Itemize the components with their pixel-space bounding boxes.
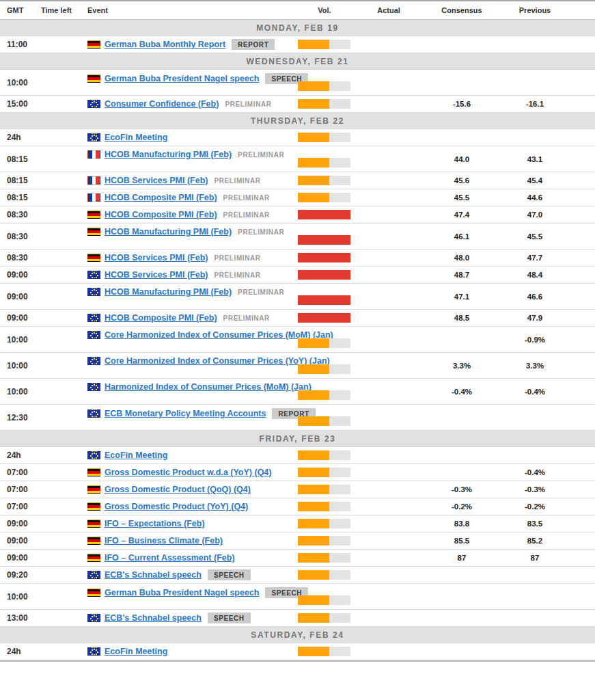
germany-flag-icon [87,554,100,562]
event-link[interactable]: HCOB Composite PMI (Feb) [105,313,217,323]
event-link[interactable]: IFO – Expectations (Feb) [105,519,205,528]
event-link[interactable]: EcoFin Meeting [105,450,167,460]
germany-flag-icon [87,40,100,49]
preliminary-label: PRELIMINAR [223,194,270,202]
previous-value: 47.7 [497,254,572,262]
consensus-value: -0.4% [426,388,497,396]
volatility-bar-fill [298,313,350,323]
event-link[interactable]: German Buba Monthly Report [105,40,225,49]
volatility-bar-fill [298,468,329,477]
event-link[interactable]: German Buba President Nagel speech [105,588,259,597]
volatility-bar-fill [298,553,329,563]
event-link[interactable]: Gross Domestic Product (QoQ) (Q4) [105,485,251,494]
gmt-time: 24h [0,450,40,460]
germany-flag-icon [87,520,100,528]
volatility-bar [298,416,350,426]
volatility-bar-fill [298,158,329,167]
event-link[interactable]: ECB's Schnabel speech [105,613,202,623]
volatility-cell [298,81,351,95]
volatility-bar-fill [298,99,329,109]
event-link[interactable]: HCOB Composite PMI (Feb) [105,210,217,219]
volatility-cell [298,193,351,202]
volatility-bar-fill [298,390,329,400]
event-row: 24h EcoFin Meeting [0,447,595,464]
event-link[interactable]: Gross Domestic Product w.d.a (YoY) (Q4) [105,468,271,477]
consensus-value: 48.5 [426,314,497,322]
gmt-time: 10:00 [0,361,40,371]
column-header-event: Event [82,6,298,14]
event-link[interactable]: HCOB Services PMI (Feb) [105,176,208,185]
consensus-value: -15.6 [426,100,497,108]
event-link[interactable]: Gross Domestic Product (YoY) (Q4) [105,502,248,511]
volatility-bar [298,553,350,563]
previous-value: 45.4 [497,176,572,185]
event-link[interactable]: ECB Monetary Policy Meeting Accounts [105,409,266,418]
event-link[interactable]: Core Harmonized Index of Consumer Prices… [105,356,330,366]
event-link[interactable]: ECB's Schnabel speech [105,570,202,580]
event-link[interactable]: HCOB Composite PMI (Feb) [105,193,217,202]
volatility-bar-fill [298,81,329,91]
volatility-bar [298,450,350,460]
day-section-label: WEDNESDAY, FEB 21 [246,57,348,66]
event-link[interactable]: HCOB Manufacturing PMI (Feb) [105,287,232,297]
previous-value: 85.2 [497,537,572,545]
volatility-bar-fill [298,338,329,348]
gmt-time: 08:15 [0,193,40,202]
consensus-value: 45.6 [426,176,497,185]
european-union-flag-icon [87,614,100,622]
consensus-value: 48.7 [426,271,497,279]
germany-flag-icon [87,485,100,494]
volatility-bar-fill [298,40,329,49]
volatility-bar [298,390,350,400]
event-cell: Consumer Confidence (Feb) PRELIMINAR [82,99,298,109]
day-section-label: MONDAY, FEB 19 [256,23,339,33]
gmt-time: 11:00 [0,40,40,49]
volatility-cell [298,253,351,262]
event-link[interactable]: HCOB Services PMI (Feb) [105,253,208,262]
day-section-header: WEDNESDAY, FEB 21 [0,53,595,70]
volatility-cell [298,390,351,404]
event-row: 07:00 Gross Domestic Product (QoQ) (Q4) … [0,481,595,498]
event-link[interactable]: Harmonized Index of Consumer Prices (MoM… [105,382,312,392]
volatility-bar [298,313,350,323]
event-row: 09:00 IFO – Current Assessment (Feb) 87 … [0,550,595,567]
column-header-time-left: Time left [40,6,82,14]
event-link[interactable]: HCOB Manufacturing PMI (Feb) [105,150,232,159]
european-union-flag-icon [87,271,100,279]
gmt-time: 12:30 [0,413,40,422]
event-cell: HCOB Composite PMI (Feb) PRELIMINAR [82,313,298,323]
european-union-flag-icon [87,357,100,365]
volatility-bar-fill [298,176,329,185]
event-row: 09:00 IFO – Expectations (Feb) 83.8 83.5 [0,515,595,533]
event-link[interactable]: German Buba President Nagel speech [105,74,259,83]
consensus-value: 44.0 [426,155,497,163]
event-link[interactable]: EcoFin Meeting [105,647,167,656]
european-union-flag-icon [87,571,100,579]
event-row: 09:00 HCOB Services PMI (Feb) PRELIMINAR… [0,267,595,284]
previous-value: 43.1 [497,155,572,163]
volatility-bar-fill [298,270,350,280]
event-type-badge: REPORT [232,39,275,50]
event-cell: IFO – Current Assessment (Feb) [82,553,298,563]
event-link[interactable]: HCOB Services PMI (Feb) [105,270,208,280]
volatility-cell [298,313,351,323]
previous-value: 47.0 [497,211,572,219]
event-link[interactable]: IFO – Business Climate (Feb) [105,536,223,546]
volatility-bar [298,193,350,202]
gmt-time: 13:00 [0,613,40,623]
volatility-bar-fill [298,235,350,245]
event-link[interactable]: IFO – Current Assessment (Feb) [105,553,235,563]
event-link[interactable]: EcoFin Meeting [105,133,167,142]
day-section-header: FRIDAY, FEB 23 [0,431,595,447]
consensus-value: 46.1 [426,232,497,241]
gmt-time: 10:00 [0,387,40,396]
european-union-flag-icon [87,133,100,142]
event-row: 08:30 HCOB Services PMI (Feb) PRELIMINAR… [0,250,595,267]
event-link[interactable]: HCOB Manufacturing PMI (Feb) [105,227,232,237]
gmt-time: 08:15 [0,154,40,164]
volatility-bar [298,158,350,167]
day-section-header: THURSDAY, FEB 22 [0,113,595,129]
event-cell: Harmonized Index of Consumer Prices (MoM… [82,379,298,392]
volatility-bar [298,253,350,262]
event-link[interactable]: Consumer Confidence (Feb) [105,99,219,109]
